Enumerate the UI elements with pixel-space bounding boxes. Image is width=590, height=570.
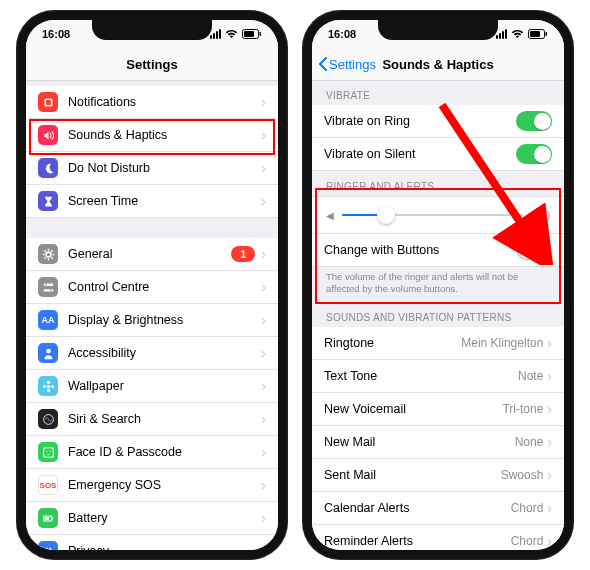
list-item-label: Wallpaper bbox=[68, 379, 261, 393]
chevron-right-icon: › bbox=[547, 467, 552, 483]
volume-slider-row: ◀ ◀))) bbox=[312, 196, 564, 234]
volume-slider[interactable] bbox=[342, 214, 524, 216]
chevron-right-icon: › bbox=[261, 345, 266, 361]
svg-point-13 bbox=[46, 388, 49, 391]
list-item-label: Face ID & Passcode bbox=[68, 445, 261, 459]
list-item-label: Text Tone bbox=[324, 369, 518, 383]
list-item-label: General bbox=[68, 247, 231, 261]
chevron-right-icon: › bbox=[547, 335, 552, 351]
svg-rect-2 bbox=[244, 31, 254, 37]
list-item[interactable]: Reminder AlertsChord› bbox=[312, 525, 564, 550]
signal-icon bbox=[496, 29, 507, 39]
toggle-label: Vibrate on Ring bbox=[324, 114, 516, 128]
svg-rect-25 bbox=[546, 32, 548, 36]
chevron-right-icon: › bbox=[261, 444, 266, 460]
list-item[interactable]: Do Not Disturb› bbox=[26, 152, 278, 185]
hourglass-icon bbox=[38, 191, 58, 211]
list-item-label: Emergency SOS bbox=[68, 478, 261, 492]
list-item[interactable]: Siri & Search› bbox=[26, 403, 278, 436]
list-item-detail: Chord bbox=[511, 534, 544, 548]
list-item-detail: Note bbox=[518, 369, 543, 383]
list-item[interactable]: Sounds & Haptics› bbox=[26, 119, 278, 152]
svg-point-7 bbox=[45, 283, 47, 285]
list-item[interactable]: Face ID & Passcode› bbox=[26, 436, 278, 469]
list-item[interactable]: New VoicemailTri-tone› bbox=[312, 393, 564, 426]
list-item-detail: Swoosh bbox=[501, 468, 544, 482]
svg-point-14 bbox=[42, 384, 45, 387]
svg-rect-6 bbox=[43, 283, 53, 285]
svg-rect-8 bbox=[43, 289, 53, 291]
svg-point-15 bbox=[50, 384, 53, 387]
section-header: SOUNDS AND VIBRATION PATTERNS bbox=[312, 302, 564, 327]
page-title: Sounds & Haptics bbox=[312, 57, 564, 72]
toggle-switch[interactable] bbox=[516, 111, 552, 131]
svg-rect-21 bbox=[52, 517, 53, 519]
page-title: Settings bbox=[26, 57, 278, 72]
toggle-row: Vibrate on Ring bbox=[312, 105, 564, 138]
svg-point-12 bbox=[46, 380, 49, 383]
status-time: 16:08 bbox=[328, 28, 356, 40]
list-item[interactable]: Battery› bbox=[26, 502, 278, 535]
svg-point-19 bbox=[49, 450, 50, 451]
list-item-label: Battery bbox=[68, 511, 261, 525]
section-header: RINGER AND ALERTS bbox=[312, 171, 564, 196]
signal-icon bbox=[210, 29, 221, 39]
chevron-right-icon: › bbox=[261, 510, 266, 526]
list-item-label: Sounds & Haptics bbox=[68, 128, 261, 142]
toggle-switch[interactable] bbox=[516, 240, 552, 260]
chevron-right-icon: › bbox=[547, 533, 552, 549]
list-item[interactable]: Sent MailSwoosh› bbox=[312, 459, 564, 492]
list-item-label: Accessibility bbox=[68, 346, 261, 360]
list-item[interactable]: Calendar AlertsChord› bbox=[312, 492, 564, 525]
list-item[interactable]: Screen Time› bbox=[26, 185, 278, 218]
list-item-detail: Tri-tone bbox=[502, 402, 543, 416]
wifi-icon bbox=[511, 29, 524, 39]
volume-low-icon: ◀ bbox=[326, 210, 334, 221]
chevron-right-icon: › bbox=[261, 411, 266, 427]
wifi-icon bbox=[225, 29, 238, 39]
chevron-right-icon: › bbox=[261, 279, 266, 295]
svg-point-18 bbox=[46, 450, 47, 451]
list-item-label: Sent Mail bbox=[324, 468, 501, 482]
gear-icon bbox=[38, 244, 58, 264]
battery-icon bbox=[38, 508, 58, 528]
list-item-label: Display & Brightness bbox=[68, 313, 261, 327]
list-item[interactable]: Control Centre› bbox=[26, 271, 278, 304]
badge: 1 bbox=[231, 246, 255, 262]
nav-bar: Settings bbox=[26, 48, 278, 81]
nav-bar: Settings Sounds & Haptics bbox=[312, 48, 564, 81]
chevron-right-icon: › bbox=[547, 500, 552, 516]
list-item-detail: Mein Klingelton bbox=[461, 336, 543, 350]
list-item[interactable]: Text ToneNote› bbox=[312, 360, 564, 393]
siri-icon bbox=[38, 409, 58, 429]
list-item[interactable]: SOSEmergency SOS› bbox=[26, 469, 278, 502]
list-item-label: Screen Time bbox=[68, 194, 261, 208]
section-header: VIBRATE bbox=[312, 80, 564, 105]
list-item-label: Do Not Disturb bbox=[68, 161, 261, 175]
toggle-switch[interactable] bbox=[516, 144, 552, 164]
notch bbox=[378, 20, 498, 40]
toggle-row: Change with Buttons bbox=[312, 234, 564, 267]
battery-icon bbox=[528, 29, 548, 39]
chevron-right-icon: › bbox=[261, 246, 266, 262]
phone-left: 16:08 Settings Notifications›Sounds & Ha… bbox=[16, 10, 288, 560]
list-item[interactable]: New MailNone› bbox=[312, 426, 564, 459]
svg-rect-4 bbox=[46, 100, 51, 105]
phone-right: 16:08 Settings Sounds & Haptics VIBRATEV… bbox=[302, 10, 574, 560]
list-item[interactable]: Notifications› bbox=[26, 86, 278, 119]
list-item[interactable]: AADisplay & Brightness› bbox=[26, 304, 278, 337]
list-item[interactable]: Accessibility› bbox=[26, 337, 278, 370]
list-item[interactable]: Wallpaper› bbox=[26, 370, 278, 403]
person-icon bbox=[38, 343, 58, 363]
list-item[interactable]: General1› bbox=[26, 238, 278, 271]
svg-rect-22 bbox=[44, 516, 49, 519]
svg-rect-26 bbox=[530, 31, 540, 37]
square-icon bbox=[38, 92, 58, 112]
chevron-right-icon: › bbox=[261, 477, 266, 493]
battery-icon bbox=[242, 29, 262, 39]
section-footer: The volume of the ringer and alerts will… bbox=[312, 267, 564, 302]
SOS-icon: SOS bbox=[38, 475, 58, 495]
list-item[interactable]: Privacy› bbox=[26, 535, 278, 550]
toggle-row: Vibrate on Silent bbox=[312, 138, 564, 171]
list-item[interactable]: RingtoneMein Klingelton› bbox=[312, 327, 564, 360]
